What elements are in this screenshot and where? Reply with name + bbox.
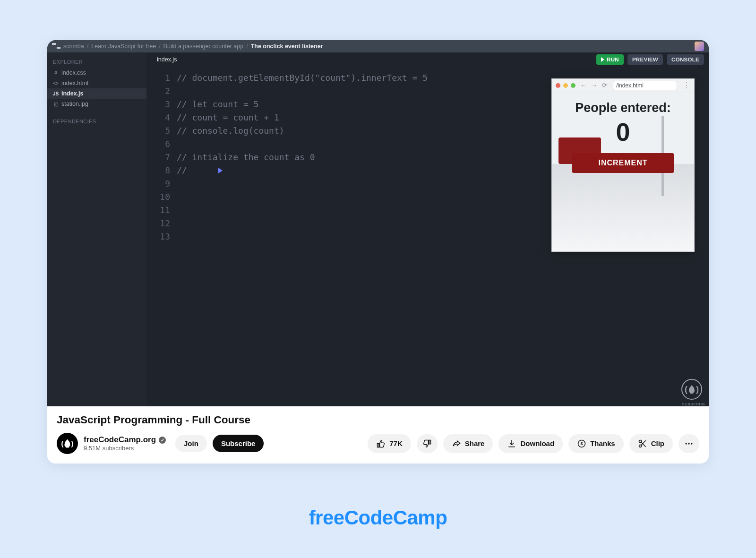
video-title: JavaScript Programming - Full Course — [57, 414, 699, 426]
console-button[interactable]: CONSOLE — [667, 54, 704, 65]
file-name: index.js — [61, 90, 84, 97]
like-button[interactable]: 77K — [368, 434, 411, 453]
editor-tab-indexjs[interactable]: index.js — [153, 53, 180, 66]
thanks-label: Thanks — [590, 439, 615, 447]
user-avatar[interactable] — [695, 42, 704, 51]
traffic-max-icon[interactable] — [571, 83, 576, 88]
channel-name[interactable]: freeCodeCamp.org ✓ — [84, 435, 166, 445]
file-station-jpg[interactable]: ◱ station.jpg — [47, 99, 146, 109]
app-card: scrimba / Learn JavaScript for free / Bu… — [47, 40, 709, 464]
preview-heading: People entered: — [552, 92, 694, 115]
thumbs-up-icon — [376, 439, 386, 448]
breadcrumb-separator: / — [87, 43, 88, 50]
file-name: index.css — [61, 69, 86, 76]
file-index-html[interactable]: <> index.html — [47, 78, 146, 88]
channel-avatar[interactable]: () — [57, 433, 78, 454]
fcc-watermark-icon: () — [681, 379, 702, 400]
video-info-strip: JavaScript Programming - Full Course () … — [47, 406, 709, 464]
breadcrumb-item-2[interactable]: The onclick event listener — [251, 43, 323, 50]
video-actions-row: () freeCodeCamp.org ✓ 9.51M subscribers … — [57, 433, 699, 454]
like-count: 77K — [389, 439, 403, 447]
file-index-js[interactable]: JS index.js — [47, 88, 146, 99]
breadcrumb-bar: scrimba / Learn JavaScript for free / Bu… — [47, 40, 709, 52]
download-label: Download — [520, 439, 554, 447]
preview-menu-icon[interactable]: ⋮ — [683, 81, 690, 90]
preview-viewport: People entered: 0 INCREMENT — [552, 92, 694, 251]
channel-block: freeCodeCamp.org ✓ 9.51M subscribers — [84, 435, 166, 452]
svg-point-3 — [639, 445, 641, 447]
run-label: RUN — [607, 57, 619, 62]
image-file-icon: ◱ — [53, 102, 59, 107]
play-icon — [601, 57, 604, 62]
explorer-label: EXPLORER — [47, 56, 146, 68]
file-name: index.html — [61, 80, 88, 86]
js-file-icon: JS — [53, 91, 59, 96]
subscriber-count: 9.51M subscribers — [84, 445, 166, 452]
share-button[interactable]: Share — [443, 434, 493, 453]
code-area: index.js RUN PREVIEW CONSOLE 12345678910… — [146, 52, 709, 406]
subscribe-button[interactable]: Subscribe — [213, 435, 264, 452]
clip-button[interactable]: Clip — [629, 434, 673, 453]
fcc-watermark-text: SUBSCRIBE — [682, 402, 706, 406]
nav-reload-icon[interactable]: ⟳ — [602, 82, 607, 89]
more-icon — [684, 439, 694, 448]
preview-increment-button[interactable]: INCREMENT — [572, 153, 674, 173]
run-button[interactable]: RUN — [596, 54, 624, 65]
brand-name[interactable]: scrimba — [63, 43, 84, 50]
thanks-icon: $ — [577, 439, 586, 448]
breadcrumb-item-1[interactable]: Build a passenger counter app — [163, 43, 244, 50]
svg-point-6 — [691, 443, 692, 444]
line-gutter: 12345678910111213 — [146, 71, 177, 406]
more-actions-button[interactable] — [679, 434, 699, 453]
preview-titlebar: ← → ⟳ /index.html ⋮ — [552, 79, 694, 92]
breadcrumb-separator: / — [246, 43, 248, 50]
dislike-button[interactable] — [417, 434, 438, 453]
breadcrumb-item-0[interactable]: Learn JavaScript for free — [91, 43, 156, 50]
preview-url-field[interactable]: /index.html — [613, 81, 677, 90]
svg-point-2 — [639, 440, 641, 442]
traffic-close-icon[interactable] — [556, 83, 560, 88]
html-file-icon: <> — [53, 81, 59, 86]
editor-cursor-icon — [218, 168, 223, 173]
preview-button[interactable]: PREVIEW — [627, 54, 663, 65]
svg-point-4 — [686, 443, 687, 444]
svg-point-5 — [688, 443, 689, 444]
file-index-css[interactable]: # index.css — [47, 68, 146, 78]
editor-main: EXPLORER # index.css <> index.html JS in… — [47, 52, 709, 406]
preview-url-text: /index.html — [616, 82, 644, 89]
editor-shell: scrimba / Learn JavaScript for free / Bu… — [47, 40, 709, 406]
clip-label: Clip — [651, 439, 664, 447]
download-icon — [507, 439, 516, 448]
css-file-icon: # — [53, 70, 59, 76]
editor-actions: RUN PREVIEW CONSOLE — [596, 52, 704, 67]
dependencies-label: DEPENDENCIES — [47, 116, 146, 127]
thumbs-down-icon — [422, 439, 432, 448]
join-button[interactable]: Join — [175, 435, 207, 452]
thanks-button[interactable]: $ Thanks — [568, 434, 624, 453]
scissors-icon — [638, 439, 647, 448]
share-label: Share — [465, 439, 485, 447]
traffic-min-icon[interactable] — [563, 83, 568, 88]
breadcrumb-separator: / — [159, 43, 160, 50]
channel-name-text: freeCodeCamp.org — [84, 435, 156, 445]
svg-text:$: $ — [581, 441, 583, 446]
file-name: station.jpg — [61, 101, 88, 107]
download-button[interactable]: Download — [498, 434, 563, 453]
nav-back-icon[interactable]: ← — [580, 82, 586, 89]
preview-window: ← → ⟳ /index.html ⋮ People entered: 0 — [551, 78, 695, 252]
scrimba-logo-icon — [52, 43, 60, 50]
footer-brand: freeCodeCamp — [309, 506, 447, 529]
file-explorer: EXPLORER # index.css <> index.html JS in… — [47, 52, 146, 406]
preview-count: 0 — [552, 117, 694, 146]
nav-forward-icon[interactable]: → — [591, 82, 597, 89]
share-icon — [452, 439, 461, 448]
verified-badge-icon: ✓ — [159, 437, 166, 444]
